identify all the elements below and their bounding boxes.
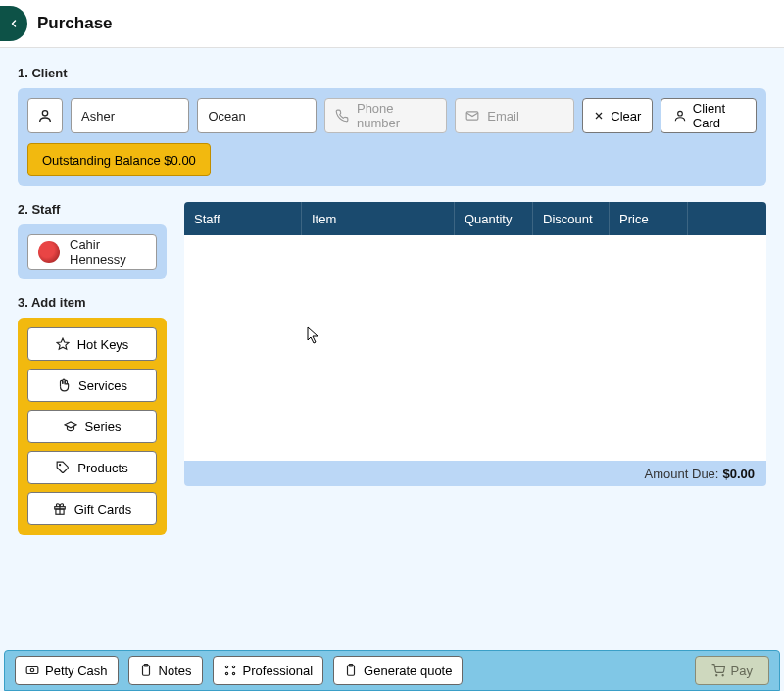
phone-placeholder: Phone number	[357, 101, 436, 130]
outstanding-label: Outstanding Balance $0.00	[42, 153, 196, 168]
email-placeholder: Email	[487, 109, 519, 123]
close-icon	[593, 110, 605, 122]
petty-cash-button[interactable]: Petty Cash	[15, 656, 119, 685]
services-button[interactable]: Services	[27, 369, 157, 402]
additem-section-title: 3. Add item	[18, 295, 167, 310]
services-label: Services	[78, 378, 127, 393]
pay-button[interactable]: Pay	[695, 656, 769, 685]
pay-label: Pay	[731, 664, 753, 678]
person-icon	[673, 109, 687, 123]
svg-point-6	[60, 465, 61, 466]
svg-point-16	[225, 672, 227, 674]
last-name-input[interactable]: Ocean	[197, 98, 316, 133]
staff-chip[interactable]: Cahir Hennessy	[27, 234, 157, 270]
th-price: Price	[610, 202, 688, 235]
products-label: Products	[77, 461, 127, 475]
last-name-value: Ocean	[208, 109, 245, 123]
email-icon	[466, 109, 479, 123]
outstanding-balance-pill[interactable]: Outstanding Balance $0.00	[27, 143, 211, 176]
svg-rect-10	[26, 667, 38, 674]
table-header: Staff Item Quantity Discount Price	[184, 202, 766, 235]
star-icon	[56, 337, 70, 351]
table-footer: Amount Due: $0.00	[184, 461, 766, 486]
bottom-bar: Petty Cash Notes Professional Generate q…	[4, 650, 780, 691]
th-item: Item	[302, 202, 455, 235]
th-staff: Staff	[184, 202, 302, 235]
svg-point-17	[232, 672, 234, 674]
staff-name: Cahir Hennessy	[70, 237, 146, 267]
client-card-label: Client Card	[693, 101, 744, 130]
page-title: Purchase	[37, 14, 113, 33]
generate-quote-button[interactable]: Generate quote	[333, 656, 463, 685]
amount-due-label: Amount Due:	[645, 467, 719, 481]
svg-point-20	[715, 675, 716, 676]
svg-point-11	[30, 668, 34, 672]
notes-button[interactable]: Notes	[128, 656, 203, 685]
grid-icon	[223, 664, 237, 677]
staff-panel: Cahir Hennessy	[18, 224, 167, 279]
phone-icon	[335, 109, 349, 123]
back-button[interactable]	[0, 6, 27, 41]
professional-button[interactable]: Professional	[213, 656, 324, 685]
hand-icon	[57, 378, 71, 392]
clear-label: Clear	[611, 109, 641, 123]
tag-icon	[56, 461, 70, 474]
th-discount: Discount	[533, 202, 610, 235]
items-table: Staff Item Quantity Discount Price Amoun…	[184, 202, 766, 486]
svg-point-15	[232, 666, 234, 667]
hotkeys-button[interactable]: Hot Keys	[27, 327, 157, 361]
graduation-cap-icon	[64, 420, 77, 433]
hotkeys-label: Hot Keys	[77, 337, 129, 352]
client-avatar-button[interactable]	[27, 98, 63, 133]
petty-cash-label: Petty Cash	[45, 664, 108, 678]
svg-point-21	[722, 675, 723, 676]
series-button[interactable]: Series	[27, 410, 157, 443]
chevron-left-icon	[8, 18, 20, 29]
first-name-input[interactable]: Asher	[71, 98, 189, 133]
gift-icon	[53, 502, 67, 516]
table-body	[184, 235, 766, 461]
client-section-title: 1. Client	[18, 66, 766, 80]
th-quantity: Quantity	[455, 202, 533, 235]
avatar	[38, 241, 60, 263]
person-icon	[37, 108, 53, 123]
professional-label: Professional	[243, 664, 314, 678]
staff-section-title: 2. Staff	[18, 202, 167, 217]
notes-label: Notes	[159, 664, 192, 678]
series-label: Series	[85, 420, 122, 434]
clear-button[interactable]: Clear	[582, 98, 653, 133]
page-header: Purchase	[0, 0, 784, 48]
clipboard-icon	[344, 664, 358, 677]
giftcards-label: Gift Cards	[74, 502, 132, 517]
client-card-button[interactable]: Client Card	[661, 98, 757, 133]
generate-quote-label: Generate quote	[364, 664, 452, 678]
phone-input[interactable]: Phone number	[324, 98, 447, 133]
cash-icon	[25, 664, 39, 677]
amount-due-value: $0.00	[722, 467, 755, 481]
svg-point-4	[677, 111, 682, 116]
additem-panel: Hot Keys Services Series	[18, 318, 167, 535]
email-input[interactable]: Email	[455, 98, 573, 133]
svg-marker-5	[57, 338, 69, 349]
svg-point-0	[42, 111, 47, 116]
client-panel: Asher Ocean Phone number Email	[18, 88, 766, 186]
clipboard-icon	[139, 664, 153, 677]
cart-icon	[711, 664, 725, 677]
first-name-value: Asher	[81, 109, 115, 123]
svg-point-14	[225, 666, 227, 667]
products-button[interactable]: Products	[27, 451, 157, 484]
th-actions	[688, 202, 766, 235]
giftcards-button[interactable]: Gift Cards	[27, 492, 157, 525]
